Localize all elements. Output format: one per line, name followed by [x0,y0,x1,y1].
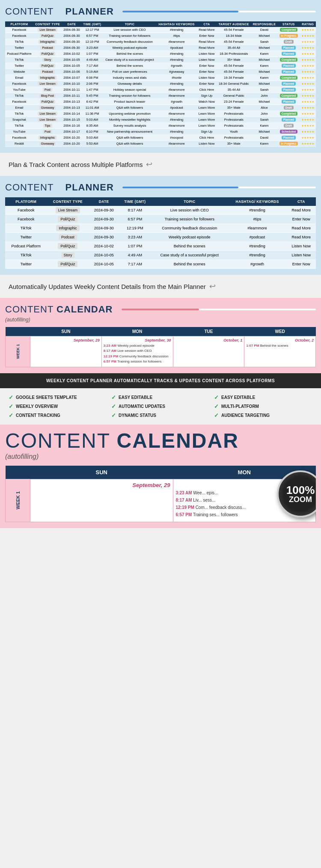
content-type-badge: Live Stream [38,28,57,32]
status-badge: Completed [280,112,298,116]
table-cell: David [251,27,277,33]
table-cell: Professionals [217,111,251,117]
cal-header-tue: TUE [173,327,244,336]
table-cell: Enter Now [287,215,316,224]
table-cell: 11:36 PM [82,111,103,117]
rating-stars: ★★★★★ [301,112,314,115]
table-cell: 1:07 PM [82,51,103,57]
zoom-badge-inner: 100% ZOOM [277,470,316,517]
table-cell: Sign Up [197,129,217,135]
big-cal-title-bold: CALENDAR [116,429,238,452]
table-cell: 5:45 PM [82,93,103,99]
table-cell: 6:10 PM [82,129,103,135]
arrow-icon-2: ↩ [209,282,216,291]
table-cell: #growth [157,99,197,105]
status-badge: Draft [284,106,294,110]
status-badge: Planned [282,82,296,86]
separator-text-2: Automatically Updates Weekly Content Det… [9,283,206,290]
table-cell: Sarah [251,39,277,45]
table-row: TikTokStory2004-10-054:49 AMCase study o… [5,57,316,63]
rating-stars: ★★★★★ [301,94,314,97]
table-cell: #noopost [157,135,197,141]
big-cal-time-mon-4: 6:57 PM [176,512,192,517]
big-cal-wrapper: SUN MON WEEK 1 September, 29 Septe... 3:… [5,466,316,522]
table-cell: Facebook [5,33,33,39]
table-cell: 2004-10-07 [62,75,81,81]
big-cal-date-sun: September, 29 [33,482,170,488]
big-calendar-table: SUN MON WEEK 1 September, 29 Septe... 3:… [5,466,316,522]
table-cell: Community feedback discussion [103,39,157,45]
status-badge: Planned [282,46,296,50]
table-cell: General Public [217,93,251,99]
rating-stars: ★★★★★ [301,118,314,121]
table-cell: 35+ Male [217,141,251,147]
cal-time-mon-4: 6:57 PM [104,360,116,363]
rating-stars: ★★★★★ [301,40,314,43]
full-table-th: TIME (GMT) [82,21,103,27]
table-cell: John [251,93,277,99]
features-section: ✓GOOGLE SHEETS TEMPLATE✓EASY EDITABLE✓EA… [0,388,321,425]
content-type-badge: Poll/Quiz [40,52,55,56]
rating-stars: ★★★★★ [301,28,314,31]
table-cell: #learnmore [157,87,197,93]
table-row: FacebookLive Stream2004-09-3012:17 PMLiv… [5,27,316,33]
table-cell: Karen [251,63,277,69]
table-row: FacebookPoll/Quiz2004-09-306:57 PMTraini… [5,33,316,39]
table-cell: 2024-09-30 [89,215,119,224]
big-cal-topic-mon-2: Liv... sess... [193,498,215,502]
feature-label: CONTENT TRACKING [16,413,60,418]
table-row: FacebookInfographic2004-10-205:03 AMQ&A … [5,135,316,141]
table-cell: John [251,111,277,117]
table-cell: Learn More [197,123,217,129]
big-cal-time-mon-1: 3:23 AM [176,490,192,495]
table-cell: 12:19 PM [82,39,103,45]
content-type-badge: Story [42,58,53,62]
big-cal-time-mon-2: 8:17 AM [176,498,192,502]
table-cell: Learn More [197,111,217,117]
calendar-subtitle-3: (autofilling) [5,317,316,323]
table-cell: Giveaway details [103,81,157,87]
table-cell: Podcast Platform [5,242,47,251]
table-cell: Listen Now [197,51,217,57]
table-cell: #learnmore [157,93,197,99]
partial-table-th: DATE [89,197,119,206]
feature-item: ✓AUDIENCE TARGETING [214,412,312,419]
status-badge: Completed [280,76,298,80]
table-cell: 3:23 AM [119,233,151,242]
full-table-th: DATE [62,21,81,27]
status-badge: Completed [280,28,298,32]
table-cell: 6:42 PM [82,99,103,105]
table-cell: Upcoming webinar promotion [103,111,157,117]
table-row: SnapchatLive Stream2004-10-155:03 AMMont… [5,117,316,123]
table-cell: 2024-10-05 [89,251,119,260]
table-cell: Listen Now [197,141,217,147]
full-table-th: PLATFORM [5,21,33,27]
table-cell: 1:47 PM [82,87,103,93]
feature-item: ✓EASY EDITABLE [214,394,312,401]
table-cell: Enter Now [197,63,217,69]
content-type-badge: Live Stream [38,112,57,116]
feature-item: ✓EASY EDITABLE [111,394,210,401]
feature-label: AUTOMATIC UPDATES [119,404,165,409]
content-type-badge: Poll/Quiz [58,261,77,267]
feature-item: ✓GOOGLE SHEETS TEMPLATE [9,394,107,401]
feature-label: EASY EDITABLE [119,395,152,400]
table-cell: #trending [228,242,287,251]
table-row: FacebookPoll/Quiz2004-10-136:42 PMProduc… [5,99,316,105]
full-table-th: RATING [300,21,316,27]
big-cal-time-mon-3: 12:19 PM [176,505,194,510]
week-header-empty [6,327,30,336]
table-cell: Michael [251,81,277,87]
table-cell: #learnmore [228,224,287,233]
rating-stars: ★★★★★ [301,106,314,109]
cal-date-sun-3: September, 29 [32,338,100,342]
status-badge: Planned [282,88,296,92]
table-cell: Case study of a successful project [151,251,228,260]
table-row: TwitterPoll/Quiz2004-10-057:17 AMBehind … [5,63,316,69]
big-cal-topic-mon-4: Training ses... followers [193,512,238,517]
table-cell: Community feedback discussion [151,224,228,233]
big-cal-topic-mon-1: Wee... epis... [193,490,218,495]
full-planner-table: PLATFORMCONTENT TYPEDATETIME (GMT)TOPICH… [5,21,316,147]
table-cell: Read More [287,224,316,233]
content-type-badge: Tips [43,124,52,128]
